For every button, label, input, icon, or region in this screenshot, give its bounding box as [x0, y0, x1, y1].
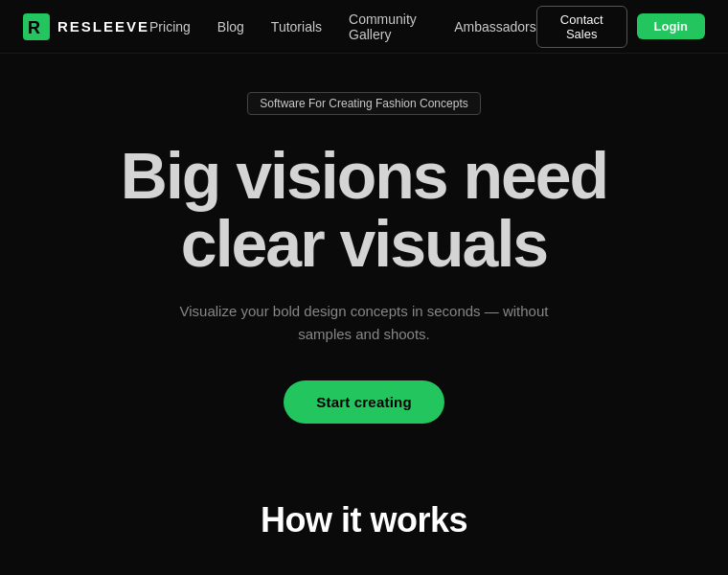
nav-pricing[interactable]: Pricing: [149, 19, 191, 34]
how-it-works-title: How it works: [261, 500, 467, 540]
nav-tutorials[interactable]: Tutorials: [271, 19, 322, 34]
start-creating-button[interactable]: Start creating: [284, 380, 444, 424]
logo-text: RESLEEVE: [57, 18, 149, 34]
resleeve-logo-icon: R: [23, 13, 50, 40]
navbar-right: Contact Sales Login: [536, 6, 705, 48]
how-it-works-section: How it works 1. Provide input Text, imag…: [0, 443, 728, 575]
hero-title-line2: clear visuals: [181, 207, 547, 280]
hero-title-line1: Big visions need: [121, 139, 607, 212]
navbar-left: R RESLEEVE: [23, 13, 149, 40]
nav-ambassadors[interactable]: Ambassadors: [454, 19, 536, 34]
nav-community-gallery[interactable]: Community Gallery: [349, 12, 427, 42]
navbar: R RESLEEVE Pricing Blog Tutorials Commun…: [0, 0, 728, 54]
svg-text:R: R: [28, 18, 40, 37]
navbar-center: Pricing Blog Tutorials Community Gallery…: [149, 12, 536, 42]
hero-section: Software For Creating Fashion Concepts B…: [0, 54, 728, 443]
hero-title: Big visions need clear visuals: [121, 142, 607, 279]
contact-sales-button[interactable]: Contact Sales: [536, 6, 627, 48]
nav-blog[interactable]: Blog: [217, 19, 244, 34]
hero-subtitle: Visualize your bold design concepts in s…: [153, 300, 575, 346]
hero-badge: Software For Creating Fashion Concepts: [247, 92, 480, 115]
login-button[interactable]: Login: [637, 13, 705, 39]
